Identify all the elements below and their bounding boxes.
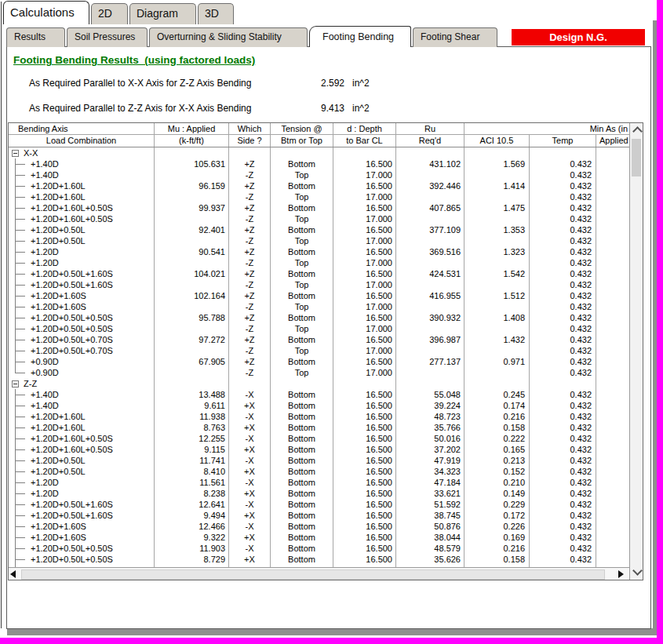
scroll-left-icon[interactable]	[10, 570, 20, 578]
tab-results[interactable]: Results	[6, 27, 65, 47]
table-row[interactable]: +1.20D-ZTop17.0000.432	[9, 257, 629, 268]
cell: 17.000	[333, 301, 396, 312]
cell: 0.432	[530, 268, 596, 279]
cell: +0.90D	[9, 356, 155, 367]
cell: 104.021	[155, 268, 229, 279]
horizontal-scrollbar-thumb[interactable]	[21, 569, 605, 580]
cell: 67.905	[155, 356, 229, 367]
cell: 0.432	[530, 279, 596, 290]
table-row[interactable]: +1.40D105.631+ZBottom16.500431.1021.5690…	[9, 158, 629, 169]
table-row[interactable]: +1.20D+0.50L-ZTop17.0000.432	[9, 235, 629, 246]
cell: 16.500	[333, 444, 396, 455]
table-row[interactable]: +1.40D13.488-XBottom16.50055.0480.2450.4…	[9, 389, 629, 400]
cell: +1.40D	[9, 169, 155, 180]
table-row[interactable]: +1.20D+1.60L+0.50S12.255-XBottom16.50050…	[9, 433, 629, 444]
table-row[interactable]: +1.20D90.541+ZBottom16.500369.5161.3230.…	[9, 246, 629, 257]
vertical-scrollbar[interactable]	[629, 123, 643, 580]
cell	[464, 169, 530, 180]
table-row[interactable]: +1.20D+1.60L-ZTop17.0000.432	[9, 191, 629, 202]
table-row[interactable]: +1.20D+0.50L92.401+ZBottom16.500377.1091…	[9, 224, 629, 235]
cell: +1.20D+0.50L+1.60S	[9, 279, 155, 290]
cell: 0.432	[530, 400, 596, 411]
table-row[interactable]: +1.20D+0.50L11.741-XBottom16.50047.9190.…	[9, 455, 629, 466]
desktop-border-right	[657, 0, 663, 644]
table-row[interactable]: +1.20D+1.60S12.466-XBottom16.50050.8760.…	[9, 521, 629, 532]
col-header-load-combination: Load Combination	[9, 135, 155, 147]
cell: 0.432	[530, 334, 596, 345]
table-row[interactable]: +1.40D-ZTop17.0000.432	[9, 169, 629, 180]
cell: +X	[229, 532, 271, 543]
table-row[interactable]: +1.20D+1.60L96.159+ZBottom16.500392.4461…	[9, 180, 629, 191]
table-row[interactable]: +1.20D+0.50L+0.50S8.729+XBottom16.50035.…	[9, 554, 629, 565]
tab-2d[interactable]: 2D	[91, 3, 128, 24]
table-row[interactable]: +1.20D+0.50L+0.50S95.788+ZBottom16.50039…	[9, 312, 629, 323]
cell: 16.500	[333, 411, 396, 422]
cell	[596, 180, 629, 191]
table-row[interactable]: +1.20D+0.50L+1.60S104.021+ZBottom16.5004…	[9, 268, 629, 279]
collapse-minus-icon[interactable]	[12, 380, 19, 387]
table-row[interactable]: +1.20D+1.60L+0.50S9.115+XBottom16.50037.…	[9, 444, 629, 455]
col-header-bar-cl: to Bar CL	[333, 135, 396, 147]
cell	[596, 367, 629, 378]
cell: 1.432	[464, 334, 530, 345]
scroll-down-icon[interactable]	[630, 566, 643, 578]
tab-footing-shear[interactable]: Footing Shear	[413, 27, 497, 47]
cell: 0.432	[530, 466, 596, 477]
table-row[interactable]: +1.20D+1.60L+0.50S-ZTop17.0000.432	[9, 213, 629, 224]
table-row[interactable]: +1.20D+0.50L+0.70S-ZTop17.0000.432	[9, 345, 629, 356]
cell: 0.432	[530, 532, 596, 543]
cell	[530, 378, 596, 389]
cell	[596, 158, 629, 169]
tab-soil-pressures[interactable]: Soil Pressures	[67, 27, 148, 47]
cell: 99.937	[155, 202, 229, 213]
table-row[interactable]: +1.20D+1.60L+0.50S99.937+ZBottom16.50040…	[9, 202, 629, 213]
table-row[interactable]: +1.20D+1.60L11.938-XBottom16.50048.7230.…	[9, 411, 629, 422]
cell	[596, 455, 629, 466]
cell: 1.512	[464, 290, 530, 301]
table-row[interactable]: +1.20D8.238+XBottom16.50033.6210.1490.43…	[9, 488, 629, 499]
collapse-minus-icon[interactable]	[12, 150, 19, 157]
scroll-right-icon[interactable]	[618, 570, 628, 578]
cell	[396, 345, 464, 356]
cell	[333, 378, 396, 389]
cell: 0.432	[530, 312, 596, 323]
table-row[interactable]: +1.20D+0.50L+1.60S-ZTop17.0000.432	[9, 279, 629, 290]
horizontal-scrollbar[interactable]	[9, 567, 629, 580]
cell	[596, 521, 629, 532]
table-row[interactable]: +1.20D+1.60L8.763+XBottom16.50035.7660.1…	[9, 422, 629, 433]
table-row[interactable]: +0.90D67.905+ZBottom16.500277.1370.9710.…	[9, 356, 629, 367]
table-row[interactable]: +1.20D+0.50L+1.60S9.494+XBottom16.50038.…	[9, 510, 629, 521]
tab-overturning-sliding[interactable]: Overturning & Sliding Stability	[149, 27, 308, 47]
cell: 16.500	[333, 389, 396, 400]
scroll-up-icon[interactable]	[630, 123, 643, 136]
cell: +1.20D+0.50L+0.50S	[9, 554, 155, 565]
table-row[interactable]: +1.20D+0.50L8.410+XBottom16.50034.3230.1…	[9, 466, 629, 477]
cell: Bottom	[271, 334, 333, 345]
cell	[596, 246, 629, 257]
tab-3d[interactable]: 3D	[198, 3, 234, 24]
table-row[interactable]: +1.20D+1.60S102.164+ZBottom16.500416.955…	[9, 290, 629, 301]
tree-section-row[interactable]: Z-Z	[9, 378, 629, 389]
tab-diagram[interactable]: Diagram	[129, 3, 196, 24]
cell: Bottom	[271, 356, 333, 367]
cell: 48.579	[396, 543, 464, 554]
tab-footing-bending[interactable]: Footing Bending	[309, 26, 411, 47]
cell: -Z	[229, 257, 271, 268]
table-row[interactable]: +1.20D+0.50L+1.60S12.641-XBottom16.50051…	[9, 499, 629, 510]
table-row[interactable]: +1.20D+0.50L+0.50S-ZTop17.0000.432	[9, 323, 629, 334]
tab-calculations[interactable]: Calculations	[3, 1, 89, 24]
table-row[interactable]: +0.90D-ZTop17.0000.432	[9, 367, 629, 378]
cell: 17.000	[333, 169, 396, 180]
tree-section-row[interactable]: X-X	[9, 147, 629, 158]
cell	[396, 235, 464, 246]
table-row[interactable]: +1.40D9.611+XBottom16.50039.2240.1740.43…	[9, 400, 629, 411]
table-row[interactable]: +1.20D+0.50L+0.50S11.903-XBottom16.50048…	[9, 543, 629, 554]
cell: +Z	[229, 356, 271, 367]
table-row[interactable]: +1.20D+1.60S9.322+XBottom16.50038.0440.1…	[9, 532, 629, 543]
table-row[interactable]: +1.20D+1.60S-ZTop17.0000.432	[9, 301, 629, 312]
table-row[interactable]: +1.20D11.561-XBottom16.50047.1840.2100.4…	[9, 477, 629, 488]
cell: 17.000	[333, 367, 396, 378]
table-row[interactable]: +1.20D+0.50L+0.70S97.272+ZBottom16.50039…	[9, 334, 629, 345]
cell: +1.20D+1.60S	[9, 290, 155, 301]
vertical-scrollbar-thumb[interactable]	[632, 139, 641, 176]
